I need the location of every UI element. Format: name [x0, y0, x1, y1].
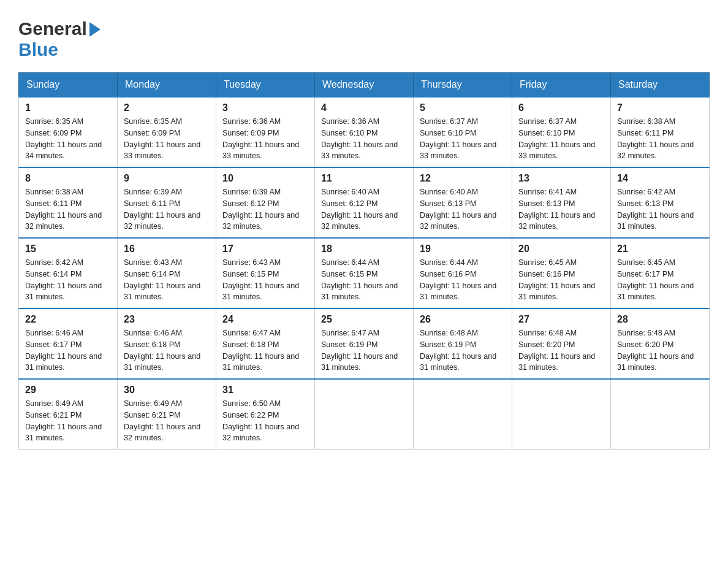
calendar-day-cell: 29 Sunrise: 6:49 AMSunset: 6:21 PMDaylig…	[19, 379, 118, 450]
calendar-day-cell: 7 Sunrise: 6:38 AMSunset: 6:11 PMDayligh…	[611, 97, 710, 167]
day-number: 30	[124, 385, 210, 396]
logo-triangle-icon	[89, 22, 100, 37]
calendar-week-row: 15 Sunrise: 6:42 AMSunset: 6:14 PMDaylig…	[19, 238, 710, 308]
calendar-day-cell: 16 Sunrise: 6:43 AMSunset: 6:14 PMDaylig…	[118, 238, 216, 308]
calendar-day-cell	[611, 379, 710, 450]
day-number: 8	[25, 173, 111, 184]
calendar-day-cell: 30 Sunrise: 6:49 AMSunset: 6:21 PMDaylig…	[118, 379, 216, 450]
day-info: Sunrise: 6:40 AMSunset: 6:12 PMDaylight:…	[321, 188, 398, 231]
day-number: 26	[420, 314, 506, 325]
day-info: Sunrise: 6:49 AMSunset: 6:21 PMDaylight:…	[25, 399, 102, 442]
day-info: Sunrise: 6:48 AMSunset: 6:20 PMDaylight:…	[617, 329, 694, 372]
day-info: Sunrise: 6:43 AMSunset: 6:15 PMDaylight:…	[222, 258, 299, 301]
calendar-day-cell	[414, 379, 512, 450]
day-number: 10	[222, 173, 308, 184]
calendar-day-cell: 14 Sunrise: 6:42 AMSunset: 6:13 PMDaylig…	[611, 167, 710, 238]
day-info: Sunrise: 6:41 AMSunset: 6:13 PMDaylight:…	[518, 188, 595, 231]
calendar-day-cell: 26 Sunrise: 6:48 AMSunset: 6:19 PMDaylig…	[414, 308, 512, 379]
day-info: Sunrise: 6:45 AMSunset: 6:17 PMDaylight:…	[617, 258, 694, 301]
day-info: Sunrise: 6:38 AMSunset: 6:11 PMDaylight:…	[617, 117, 694, 160]
day-info: Sunrise: 6:42 AMSunset: 6:13 PMDaylight:…	[617, 188, 694, 231]
calendar-week-row: 8 Sunrise: 6:38 AMSunset: 6:11 PMDayligh…	[19, 167, 710, 238]
calendar-day-cell: 5 Sunrise: 6:37 AMSunset: 6:10 PMDayligh…	[414, 97, 512, 167]
calendar-day-cell: 15 Sunrise: 6:42 AMSunset: 6:14 PMDaylig…	[19, 238, 118, 308]
day-info: Sunrise: 6:43 AMSunset: 6:14 PMDaylight:…	[124, 258, 200, 301]
day-number: 9	[124, 173, 210, 184]
day-number: 20	[518, 243, 604, 255]
day-of-week-header: Wednesday	[315, 73, 414, 98]
day-number: 29	[25, 385, 111, 396]
day-number: 2	[124, 102, 210, 113]
day-info: Sunrise: 6:39 AMSunset: 6:12 PMDaylight:…	[222, 188, 299, 231]
calendar-day-cell: 4 Sunrise: 6:36 AMSunset: 6:10 PMDayligh…	[315, 97, 414, 167]
calendar-day-cell: 22 Sunrise: 6:46 AMSunset: 6:17 PMDaylig…	[19, 308, 118, 379]
calendar-day-cell: 8 Sunrise: 6:38 AMSunset: 6:11 PMDayligh…	[19, 167, 118, 238]
calendar-day-cell: 23 Sunrise: 6:46 AMSunset: 6:18 PMDaylig…	[118, 308, 216, 379]
day-number: 17	[222, 243, 308, 255]
day-info: Sunrise: 6:37 AMSunset: 6:10 PMDaylight:…	[420, 117, 496, 160]
calendar-day-cell	[315, 379, 414, 450]
day-info: Sunrise: 6:47 AMSunset: 6:19 PMDaylight:…	[321, 329, 398, 372]
calendar-day-cell: 17 Sunrise: 6:43 AMSunset: 6:15 PMDaylig…	[216, 238, 315, 308]
day-info: Sunrise: 6:40 AMSunset: 6:13 PMDaylight:…	[420, 188, 496, 231]
day-info: Sunrise: 6:47 AMSunset: 6:18 PMDaylight:…	[222, 329, 299, 372]
calendar-day-cell: 10 Sunrise: 6:39 AMSunset: 6:12 PMDaylig…	[216, 167, 315, 238]
day-number: 3	[222, 102, 308, 113]
calendar-day-cell	[512, 379, 611, 450]
logo-blue-text: Blue	[18, 39, 58, 59]
calendar-week-row: 29 Sunrise: 6:49 AMSunset: 6:21 PMDaylig…	[19, 379, 710, 450]
day-info: Sunrise: 6:44 AMSunset: 6:15 PMDaylight:…	[321, 258, 398, 301]
day-info: Sunrise: 6:48 AMSunset: 6:20 PMDaylight:…	[518, 329, 595, 372]
day-info: Sunrise: 6:45 AMSunset: 6:16 PMDaylight:…	[518, 258, 595, 301]
calendar-day-cell: 18 Sunrise: 6:44 AMSunset: 6:15 PMDaylig…	[315, 238, 414, 308]
logo: General Blue	[18, 18, 100, 60]
day-info: Sunrise: 6:49 AMSunset: 6:21 PMDaylight:…	[124, 399, 200, 442]
day-number: 15	[25, 243, 111, 255]
calendar-day-cell: 2 Sunrise: 6:35 AMSunset: 6:09 PMDayligh…	[118, 97, 216, 167]
calendar-day-cell: 31 Sunrise: 6:50 AMSunset: 6:22 PMDaylig…	[216, 379, 315, 450]
day-info: Sunrise: 6:42 AMSunset: 6:14 PMDaylight:…	[25, 258, 102, 301]
calendar-day-cell: 27 Sunrise: 6:48 AMSunset: 6:20 PMDaylig…	[512, 308, 611, 379]
day-info: Sunrise: 6:48 AMSunset: 6:19 PMDaylight:…	[420, 329, 496, 372]
day-number: 1	[25, 102, 111, 113]
calendar-day-cell: 3 Sunrise: 6:36 AMSunset: 6:09 PMDayligh…	[216, 97, 315, 167]
day-number: 19	[420, 243, 506, 255]
calendar-day-cell: 25 Sunrise: 6:47 AMSunset: 6:19 PMDaylig…	[315, 308, 414, 379]
day-info: Sunrise: 6:35 AMSunset: 6:09 PMDaylight:…	[25, 117, 102, 160]
day-number: 28	[617, 314, 703, 325]
day-number: 31	[222, 385, 308, 396]
calendar-week-row: 1 Sunrise: 6:35 AMSunset: 6:09 PMDayligh…	[19, 97, 710, 167]
day-info: Sunrise: 6:36 AMSunset: 6:09 PMDaylight:…	[222, 117, 299, 160]
page-header: General Blue	[18, 18, 710, 60]
logo-general-text: General	[18, 18, 87, 39]
day-info: Sunrise: 6:46 AMSunset: 6:18 PMDaylight:…	[124, 329, 200, 372]
day-number: 13	[518, 173, 604, 184]
day-info: Sunrise: 6:46 AMSunset: 6:17 PMDaylight:…	[25, 329, 102, 372]
calendar-day-cell: 12 Sunrise: 6:40 AMSunset: 6:13 PMDaylig…	[414, 167, 512, 238]
day-number: 12	[420, 173, 506, 184]
calendar-day-cell: 21 Sunrise: 6:45 AMSunset: 6:17 PMDaylig…	[611, 238, 710, 308]
calendar-week-row: 22 Sunrise: 6:46 AMSunset: 6:17 PMDaylig…	[19, 308, 710, 379]
calendar-day-cell: 24 Sunrise: 6:47 AMSunset: 6:18 PMDaylig…	[216, 308, 315, 379]
day-of-week-header: Thursday	[414, 73, 512, 98]
calendar-day-cell: 20 Sunrise: 6:45 AMSunset: 6:16 PMDaylig…	[512, 238, 611, 308]
calendar-table: SundayMondayTuesdayWednesdayThursdayFrid…	[18, 72, 710, 450]
day-number: 5	[420, 102, 506, 113]
day-info: Sunrise: 6:44 AMSunset: 6:16 PMDaylight:…	[420, 258, 496, 301]
calendar-day-cell: 19 Sunrise: 6:44 AMSunset: 6:16 PMDaylig…	[414, 238, 512, 308]
calendar-day-cell: 6 Sunrise: 6:37 AMSunset: 6:10 PMDayligh…	[512, 97, 611, 167]
day-of-week-header: Monday	[118, 73, 216, 98]
day-number: 22	[25, 314, 111, 325]
day-number: 21	[617, 243, 703, 255]
day-info: Sunrise: 6:38 AMSunset: 6:11 PMDaylight:…	[25, 188, 102, 231]
day-number: 18	[321, 243, 407, 255]
day-number: 6	[518, 102, 604, 113]
calendar-day-cell: 13 Sunrise: 6:41 AMSunset: 6:13 PMDaylig…	[512, 167, 611, 238]
day-number: 25	[321, 314, 407, 325]
day-of-week-header: Tuesday	[216, 73, 315, 98]
day-of-week-header: Friday	[512, 73, 611, 98]
day-number: 23	[124, 314, 210, 325]
calendar-day-cell: 1 Sunrise: 6:35 AMSunset: 6:09 PMDayligh…	[19, 97, 118, 167]
day-info: Sunrise: 6:39 AMSunset: 6:11 PMDaylight:…	[124, 188, 200, 231]
calendar-header-row: SundayMondayTuesdayWednesdayThursdayFrid…	[19, 73, 710, 98]
